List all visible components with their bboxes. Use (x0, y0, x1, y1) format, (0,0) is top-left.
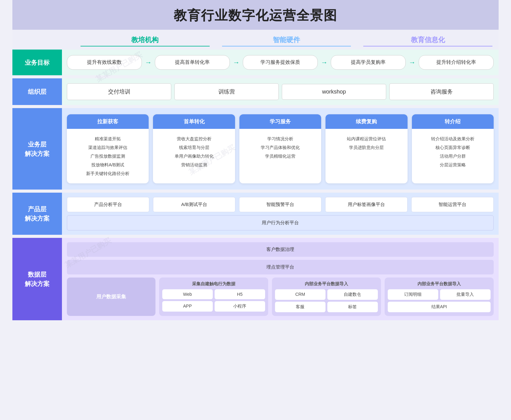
product-top-row: 产品分析平台 A/B测试平台 智能预警平台 用户标签画像平台 智能运营平台 (67, 197, 494, 212)
data-sub-grid-1: CRM 自建数仓 客服 标签 (275, 289, 378, 312)
biz-label: 业务层 解决方案 (12, 108, 62, 190)
biz-card-header-4: 转介绍 (412, 114, 494, 129)
data-sub-header-2: 内部业务平台数据导入 (388, 281, 491, 287)
biz-card-body-3: 站内课程运营位评估 学员进阶意向分层 (325, 129, 407, 157)
org-row: 组织层 交付培训 训练营 workshop 咨询服务 (12, 78, 499, 105)
data-sub-box-1: 内部业务平台数据导入 CRM 自建数仓 客服 标签 (272, 278, 381, 316)
biz-card-body-0: 精准渠道开拓 渠道追踪与效果评估 广告投放数据监测 投放物料A/B测试 新手关键… (67, 129, 149, 183)
org-item-0: 交付培训 (67, 83, 171, 100)
org-item-1: 训练营 (174, 83, 279, 100)
data-row: 数据层 解决方案 客户数据治理 埋点管理平台 用户数据采集 采集自建触电行为数据… (12, 238, 499, 320)
biz-card-1: 首单转化 营收大盘监控分析 线索培育与分层 单用户画像助力转化 营销活动监测 (153, 114, 235, 183)
product-label: 产品层 解决方案 (12, 193, 62, 235)
data-sub-header-1: 内部业务平台数据导入 (275, 281, 378, 287)
biz-card-header-0: 拉新获客 (67, 114, 149, 129)
data-sub-item-miniprogram: 小程序 (215, 301, 265, 312)
org-item-3: 咨询服务 (389, 83, 494, 100)
category-header-row: 教培机构 智能硬件 教育信息化 (12, 30, 499, 50)
goal-label: 业务目标 (12, 50, 62, 75)
data-sub-item-web: Web (162, 289, 213, 299)
data-label: 数据层 解决方案 (12, 238, 62, 320)
product-item-0: 产品分析平台 (67, 197, 149, 212)
goal-item-3: 提高学员复购率 (331, 55, 406, 70)
org-item-2: workshop (282, 84, 386, 100)
data-sub-box-0: 采集自建触电行为数据 Web H5 APP 小程序 (159, 278, 268, 316)
data-sub-header-0: 采集自建触电行为数据 (162, 281, 265, 287)
biz-card-2: 学习服务 学习情况分析 学习产品体验和优化 学员精细化运营 (239, 114, 321, 183)
goal-item-0: 提升有效线索数 (67, 55, 142, 70)
data-collect-box: 用户数据采集 (67, 278, 155, 316)
org-label: 组织层 (12, 78, 62, 105)
category-jiaopei: 教培机构 (74, 35, 216, 46)
data-bar-0: 客户数据治理 (67, 242, 494, 257)
data-sub-item-self-dw: 自建数仓 (327, 289, 378, 300)
biz-row: 业务层 解决方案 拉新获客 精准渠道开拓 渠道追踪与效果评估 广告投放数据监测 … (12, 108, 499, 190)
goal-item-2: 学习服务提效保质 (243, 55, 318, 70)
page-title: 教育行业数字化运营全景图 (12, 7, 499, 24)
biz-content: 拉新获客 精准渠道开拓 渠道追踪与效果评估 广告投放数据监测 投放物料A/B测试… (62, 108, 499, 190)
data-sub-item-tag: 标签 (327, 302, 378, 312)
product-row: 产品层 解决方案 产品分析平台 A/B测试平台 智能预警平台 用户标签画像平台 … (12, 193, 499, 235)
goal-item-1: 提高首单转化率 (155, 55, 230, 70)
category-jiaoyu: 教育信息化 (357, 35, 499, 46)
data-content: 客户数据治理 埋点管理平台 用户数据采集 采集自建触电行为数据 Web H5 A… (62, 238, 499, 320)
biz-card-3: 续费复购 站内课程运营位评估 学员进阶意向分层 (325, 114, 407, 183)
org-content: 交付培训 训练营 workshop 咨询服务 (62, 78, 499, 105)
main-content: 业务目标 提升有效线索数 → 提高首单转化率 → 学习服务提效保质 → 提高学员… (12, 50, 499, 320)
data-sub-item-api: 结果API (388, 302, 491, 312)
biz-card-4: 转介绍 转介绍活动及效果分析 核心页面异常诊断 活动用户分群 分层运营策略 (412, 114, 494, 183)
data-sub-item-crm: CRM (275, 289, 325, 300)
biz-card-body-1: 营收大盘监控分析 线索培育与分层 单用户画像助力转化 营销活动监测 (153, 129, 235, 175)
biz-card-header-2: 学习服务 (239, 114, 321, 129)
data-sub-grid-2: 订阅明细 批量导入 结果API (388, 289, 491, 312)
goal-arrow-3: → (409, 59, 416, 67)
product-bottom: 用户行为分析平台 (67, 215, 494, 230)
product-item-4: 智能运营平台 (411, 197, 494, 212)
product-item-3: 用户标签画像平台 (325, 197, 408, 212)
product-item-2: 智能预警平台 (239, 197, 321, 212)
goal-row: 业务目标 提升有效线索数 → 提高首单转化率 → 学习服务提效保质 → 提高学员… (12, 50, 499, 75)
product-content: 产品分析平台 A/B测试平台 智能预警平台 用户标签画像平台 智能运营平台 用户… (62, 193, 499, 235)
biz-card-body-4: 转介绍活动及效果分析 核心页面异常诊断 活动用户分群 分层运营策略 (412, 129, 494, 175)
goal-content: 提升有效线索数 → 提高首单转化率 → 学习服务提效保质 → 提高学员复购率 →… (62, 50, 499, 75)
data-bottom-row: 用户数据采集 采集自建触电行为数据 Web H5 APP 小程序 内部业务平台 (67, 278, 494, 316)
page-title-bar: 教育行业数字化运营全景图 (12, 0, 499, 30)
data-sub-item-app: APP (162, 301, 213, 312)
goal-item-4: 提升转介绍转化率 (419, 55, 494, 70)
data-sub-box-2: 内部业务平台数据导入 订阅明细 批量导入 结果API (385, 278, 494, 316)
goal-arrow-0: → (145, 59, 152, 67)
product-item-1: A/B测试平台 (153, 197, 235, 212)
data-sub-grid-0: Web H5 APP 小程序 (162, 289, 265, 312)
goal-arrow-1: → (233, 59, 240, 67)
data-sub-item-cs: 客服 (275, 302, 325, 312)
biz-card-body-2: 学习情况分析 学习产品体验和优化 学员精细化运营 (239, 129, 321, 166)
goal-arrow-2: → (321, 59, 328, 67)
biz-card-header-3: 续费复购 (325, 114, 407, 129)
biz-card-header-1: 首单转化 (153, 114, 235, 129)
biz-card-0: 拉新获客 精准渠道开拓 渠道追踪与效果评估 广告投放数据监测 投放物料A/B测试… (67, 114, 149, 183)
data-sub-item-batch: 批量导入 (440, 289, 491, 300)
category-zhineng: 智能硬件 (216, 35, 357, 46)
data-bar-1: 埋点管理平台 (67, 260, 494, 274)
data-sub-item-order: 订阅明细 (388, 289, 438, 300)
data-sub-item-h5: H5 (215, 289, 265, 299)
